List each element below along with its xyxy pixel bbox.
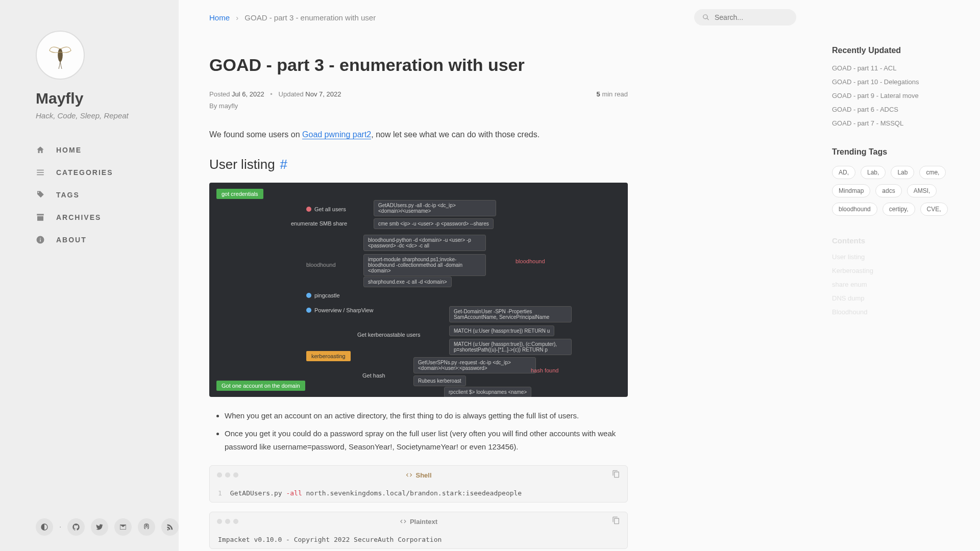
mm-label-bloodhound-right: bloodhound <box>516 258 545 264</box>
mm-box-sharphoundexe: sharphound.exe -c all -d <domain> <box>363 277 452 287</box>
breadcrumb: Home › GOAD - part 3 - enumeration with … <box>209 13 376 22</box>
envelope-icon <box>119 523 127 531</box>
anchor-icon[interactable]: # <box>280 157 287 172</box>
twitter-link[interactable] <box>91 518 108 536</box>
mm-box-getdomainuser: Get-DomainUser -SPN -Properties SamAccou… <box>449 306 572 322</box>
article-title: GOAD - part 3 - enumeration with user <box>209 55 628 75</box>
breadcrumb-home[interactable]: Home <box>209 13 230 22</box>
rss-link[interactable] <box>161 518 179 536</box>
author-name: mayfly <box>219 102 238 110</box>
twitter-icon <box>95 523 104 531</box>
sidebar: Mayfly Hack, Code, Sleep, Repeat HOME CA… <box>0 0 179 551</box>
recent-item[interactable]: GOAD - part 11 - ACL <box>832 64 965 72</box>
tag-pill[interactable]: Lab <box>891 166 914 179</box>
tag-icon <box>36 190 45 199</box>
updated-date: Nov 7, 2022 <box>305 90 341 98</box>
nav-categories[interactable]: CATEGORIES <box>36 168 179 177</box>
search-icon <box>702 14 709 21</box>
recent-item[interactable]: GOAD - part 9 - Lateral move <box>832 92 965 99</box>
mm-node-enumsmb: enumerate SMB share <box>291 220 347 227</box>
mayfly-logo-icon <box>45 40 76 70</box>
toc-item[interactable]: Bloodhound <box>832 308 965 316</box>
mastodon-link[interactable] <box>138 518 155 536</box>
intro-link[interactable]: Goad pwning part2 <box>302 130 371 139</box>
svg-point-0 <box>58 48 63 62</box>
site-subtitle: Hack, Code, Sleep, Repeat <box>36 111 179 120</box>
tag-pill[interactable]: CVE, <box>920 203 948 216</box>
separator: · <box>59 522 61 532</box>
mm-badge-credentials: got credentials <box>216 189 263 199</box>
avatar[interactable] <box>36 31 85 80</box>
posted-label: Posted <box>209 90 230 98</box>
toc-item[interactable]: User listing <box>832 253 965 261</box>
mm-box-getuserspns: GetUserSPNs.py -request -dc-ip <dc_ip> <… <box>413 357 536 373</box>
sidebar-nav: HOME CATEGORIES TAGS ARCHIVES ABOUT <box>36 145 179 244</box>
right-sidebar: Recently Updated GOAD - part 11 - ACL GO… <box>827 0 980 551</box>
github-icon <box>72 523 80 531</box>
copy-button[interactable] <box>612 516 620 527</box>
bullet-item: Once you get it you could do a password … <box>225 427 628 453</box>
mm-label-bloodhound: bloodhound <box>306 262 336 268</box>
email-link[interactable] <box>114 518 132 536</box>
github-link[interactable] <box>67 518 85 536</box>
topbar: Home › GOAD - part 3 - enumeration with … <box>209 0 796 35</box>
meta-dot: • <box>270 90 273 98</box>
by-label: By <box>209 102 217 110</box>
mindmap-image[interactable]: got credentials Got one account on the d… <box>209 183 628 397</box>
recent-item[interactable]: GOAD - part 6 - ADCS <box>832 106 965 113</box>
mm-badge-account: Got one account on the domain <box>216 381 305 391</box>
mm-node-pingcastle: pingcastle <box>306 292 340 298</box>
tag-pill[interactable]: Mindmap <box>832 184 870 197</box>
toc-item[interactable]: share enum <box>832 281 965 288</box>
nav-archives[interactable]: ARCHIVES <box>36 213 179 222</box>
code-icon <box>400 518 407 525</box>
breadcrumb-separator: › <box>236 13 238 22</box>
code-block-shell: Shell 1 GetADUsers.py -all north.sevenki… <box>209 465 628 503</box>
recent-item[interactable]: GOAD - part 10 - Delegations <box>832 78 965 86</box>
mm-box-sharphoundps: import-module sharphound.ps1;invoke-bloo… <box>363 254 486 276</box>
tag-pill[interactable]: adcs <box>875 184 901 197</box>
nav-about[interactable]: ABOUT <box>36 235 179 244</box>
bullet-list: When you get an account on an active dir… <box>225 409 628 454</box>
nav-label: CATEGORIES <box>56 168 113 177</box>
mm-box-bhpython: bloodhound-python -d <domain> -u <user> … <box>363 235 486 251</box>
toc-item[interactable]: DNS dump <box>832 294 965 302</box>
code-lang-label: Plaintext <box>400 518 437 525</box>
copy-button[interactable] <box>612 470 620 480</box>
article: GOAD - part 3 - enumeration with user Po… <box>209 35 628 549</box>
archive-icon <box>36 213 45 222</box>
nav-home[interactable]: HOME <box>36 145 179 155</box>
tag-pill[interactable]: AMSI, <box>907 184 937 197</box>
contrast-icon <box>40 523 48 531</box>
intro-pre: We found some users on <box>209 130 302 139</box>
code-dots <box>217 519 238 524</box>
recent-item[interactable]: GOAD - part 7 - MSSQL <box>832 119 965 127</box>
mm-label-hashfound: hash found <box>531 367 558 373</box>
tag-pill[interactable]: bloodhound <box>832 203 877 216</box>
toc-item[interactable]: Kerberoasting <box>832 267 965 274</box>
code-lang-label: Shell <box>405 471 431 479</box>
theme-toggle-button[interactable] <box>36 518 53 536</box>
code-line: Impacket v0.10.0 - Copyright 2022 Secure… <box>218 536 442 543</box>
tag-pill[interactable]: certipy, <box>883 203 915 216</box>
recently-updated: Recently Updated GOAD - part 11 - ACL GO… <box>832 46 965 127</box>
trending-tags: Trending Tags AD, Lab, Lab cme, Mindmap … <box>832 147 965 216</box>
sidebar-footer: · <box>36 518 179 536</box>
tag-pill[interactable]: Lab, <box>861 166 886 179</box>
breadcrumb-current: GOAD - part 3 - enumeration with user <box>244 13 376 22</box>
nav-tags[interactable]: TAGS <box>36 190 179 199</box>
tag-pill[interactable]: AD, <box>832 166 855 179</box>
section-user-listing: User listing # <box>209 157 628 172</box>
nav-label: ABOUT <box>56 236 87 244</box>
search-input[interactable] <box>715 13 786 21</box>
site-title[interactable]: Mayfly <box>36 90 179 107</box>
rss-icon <box>166 523 174 531</box>
code-icon <box>405 471 412 479</box>
read-unit: min <box>602 90 612 98</box>
table-of-contents: Contents User listing Kerberoasting shar… <box>832 236 965 316</box>
search-box[interactable] <box>694 9 796 26</box>
tag-pill[interactable]: cme, <box>919 166 946 179</box>
code-line: GetADUsers.py -all north.sevenkingdoms.l… <box>230 489 522 497</box>
info-icon <box>36 235 45 244</box>
contents-title: Contents <box>832 236 965 245</box>
